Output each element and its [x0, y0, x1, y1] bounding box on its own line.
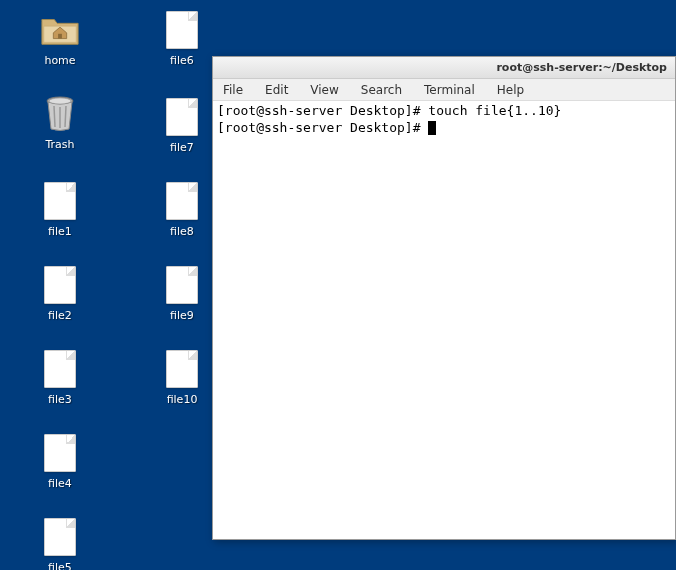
file4-icon[interactable]: file4	[25, 433, 95, 490]
home-folder-icon[interactable]: home	[25, 10, 95, 67]
file-icon	[44, 266, 76, 304]
menu-help[interactable]: Help	[493, 81, 528, 99]
menu-file[interactable]: File	[219, 81, 247, 99]
file-icon	[166, 11, 198, 49]
terminal-body[interactable]: [root@ssh-server Desktop]# touch file{1.…	[213, 101, 675, 539]
icon-label: file9	[147, 309, 217, 322]
file6-icon[interactable]: file6	[147, 10, 217, 67]
file-icon	[166, 266, 198, 304]
icon-label: file10	[147, 393, 217, 406]
terminal-command: touch file{1..10}	[428, 103, 561, 118]
file3-icon[interactable]: file3	[25, 349, 95, 406]
window-title: root@ssh-server:~/Desktop	[496, 61, 667, 74]
icon-label: file1	[25, 225, 95, 238]
icon-label: file2	[25, 309, 95, 322]
icon-label: file6	[147, 54, 217, 67]
icon-label: home	[25, 54, 95, 67]
menu-bar: File Edit View Search Terminal Help	[213, 79, 675, 101]
file-icon	[166, 182, 198, 220]
terminal-window[interactable]: root@ssh-server:~/Desktop File Edit View…	[212, 56, 676, 540]
trash-icon	[42, 95, 78, 133]
file9-icon[interactable]: file9	[147, 265, 217, 322]
trash-desktop-icon[interactable]: Trash	[25, 94, 95, 151]
file-icon	[44, 182, 76, 220]
menu-edit[interactable]: Edit	[261, 81, 292, 99]
file7-icon[interactable]: file7	[147, 97, 217, 154]
icon-label: Trash	[25, 138, 95, 151]
svg-line-2	[54, 106, 55, 127]
desktop: home Trash file1	[0, 0, 676, 570]
menu-view[interactable]: View	[306, 81, 342, 99]
icon-label: file3	[25, 393, 95, 406]
svg-line-4	[65, 106, 66, 127]
terminal-cursor	[428, 121, 436, 135]
file10-icon[interactable]: file10	[147, 349, 217, 406]
file2-icon[interactable]: file2	[25, 265, 95, 322]
icon-label: file4	[25, 477, 95, 490]
folder-icon	[40, 13, 80, 47]
icon-label: file7	[147, 141, 217, 154]
file5-icon[interactable]: file5	[25, 517, 95, 570]
icon-label: file8	[147, 225, 217, 238]
terminal-prompt: [root@ssh-server Desktop]#	[217, 120, 428, 135]
window-title-bar[interactable]: root@ssh-server:~/Desktop	[213, 57, 675, 79]
menu-search[interactable]: Search	[357, 81, 406, 99]
file8-icon[interactable]: file8	[147, 181, 217, 238]
file-icon	[44, 434, 76, 472]
file-icon	[166, 98, 198, 136]
file1-icon[interactable]: file1	[25, 181, 95, 238]
icon-label: file5	[25, 561, 95, 570]
svg-rect-0	[58, 34, 62, 39]
file-icon	[44, 518, 76, 556]
menu-terminal[interactable]: Terminal	[420, 81, 479, 99]
file-icon	[166, 350, 198, 388]
terminal-prompt: [root@ssh-server Desktop]#	[217, 103, 428, 118]
file-icon	[44, 350, 76, 388]
svg-point-5	[49, 98, 71, 104]
